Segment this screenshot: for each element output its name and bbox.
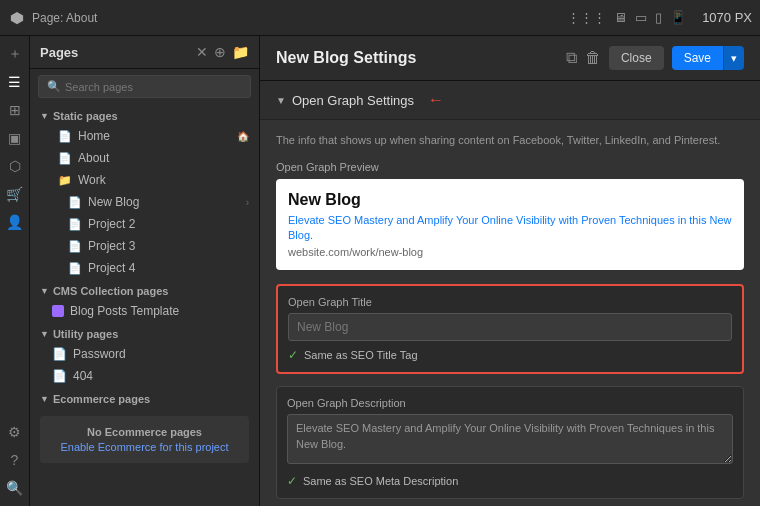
og-preview-description: Elevate SEO Mastery and Amplify Your Onl… — [288, 213, 732, 244]
og-title-checkbox-label: Same as SEO Title Tag — [304, 349, 418, 361]
search-bottom-icon[interactable]: 🔍 — [3, 476, 27, 500]
og-description-textarea[interactable]: Elevate SEO Mastery and Amplify Your Onl… — [287, 414, 733, 464]
og-description-checkbox-label: Same as SEO Meta Description — [303, 475, 458, 487]
assets-icon[interactable]: ▣ — [3, 126, 27, 150]
device-tablet-icon[interactable]: ▭ — [635, 10, 647, 25]
settings-icon[interactable]: ⚙ — [3, 420, 27, 444]
save-dropdown-button[interactable]: ▾ — [723, 46, 744, 70]
save-button[interactable]: Save — [672, 46, 723, 70]
og-section-arrow: ← — [428, 91, 444, 109]
add-page-icon[interactable]: ⊕ — [214, 44, 226, 60]
static-pages-section[interactable]: ▼ Static pages — [30, 104, 259, 125]
page-item-work[interactable]: 📁 Work — [30, 169, 259, 191]
home-icon: 🏠 — [237, 131, 249, 142]
page-file-icon-p2: 📄 — [68, 218, 82, 231]
components-icon[interactable]: ⊞ — [3, 98, 27, 122]
device-desktop-icon[interactable]: 🖥 — [614, 10, 627, 25]
pages-panel-title: Pages — [40, 45, 190, 60]
add-icon[interactable]: ＋ — [3, 42, 27, 66]
page-label-new-blog: New Blog — [88, 195, 240, 209]
og-section-label: Open Graph Settings — [292, 93, 414, 108]
page-label-project3: Project 3 — [88, 239, 249, 253]
page-item-project2[interactable]: 📄 Project 2 — [30, 213, 259, 235]
content-area: New Blog Settings ⧉ 🗑 Close Save ▾ ▼ Ope… — [260, 36, 760, 506]
og-settings-section-toggle[interactable]: ▼ Open Graph Settings ← — [260, 81, 760, 120]
page-label-project4: Project 4 — [88, 261, 249, 275]
cms-icon[interactable]: ⬡ — [3, 154, 27, 178]
delete-icon[interactable]: 🗑 — [585, 49, 601, 67]
page-item-about[interactable]: 📄 About — [30, 147, 259, 169]
duplicate-icon[interactable]: ⧉ — [566, 49, 577, 67]
page-file-icon-p4: 📄 — [68, 262, 82, 275]
search-input[interactable] — [65, 81, 242, 93]
page-file-icon: 📄 — [58, 130, 72, 143]
page-item-password[interactable]: 📄 Password — [30, 343, 259, 365]
pages-panel-header: Pages ✕ ⊕ 📁 — [30, 36, 259, 69]
ecommerce-empty-box: No Ecommerce pages Enable Ecommerce for … — [40, 416, 249, 463]
page-file-icon-about: 📄 — [58, 152, 72, 165]
page-item-project4[interactable]: 📄 Project 4 — [30, 257, 259, 279]
content-title: New Blog Settings — [276, 49, 558, 67]
og-description-checkbox-row[interactable]: ✓ Same as SEO Meta Description — [287, 474, 733, 488]
ecommerce-empty-title: No Ecommerce pages — [50, 426, 239, 438]
static-pages-label: Static pages — [53, 110, 118, 122]
pages-icon[interactable]: ☰ — [3, 70, 27, 94]
page-file-icon-password: 📄 — [52, 347, 67, 361]
og-preview-label: Open Graph Preview — [276, 161, 744, 173]
og-title-checkbox-row[interactable]: ✓ Same as SEO Title Tag — [288, 348, 732, 362]
page-file-icon-newblog: 📄 — [68, 196, 82, 209]
utility-pages-label: Utility pages — [53, 328, 118, 340]
og-preview-url: website.com/work/new-blog — [288, 246, 732, 258]
og-section-caret: ▼ — [276, 95, 286, 106]
og-preview-title: New Blog — [288, 191, 732, 209]
og-title-checkbox-tick: ✓ — [288, 348, 298, 362]
utility-pages-section[interactable]: ▼ Utility pages — [30, 322, 259, 343]
page-item-home[interactable]: 📄 Home 🏠 — [30, 125, 259, 147]
cms-pages-section[interactable]: ▼ CMS Collection pages — [30, 279, 259, 300]
search-icon: 🔍 — [47, 80, 61, 93]
page-label-work: Work — [78, 173, 249, 187]
page-item-new-blog[interactable]: 📄 New Blog › — [30, 191, 259, 213]
page-label-blog-template: Blog Posts Template — [70, 304, 179, 318]
save-group: Save ▾ — [672, 46, 744, 70]
users-icon[interactable]: 👤 — [3, 210, 27, 234]
ecommerce-empty-section: No Ecommerce pages Enable Ecommerce for … — [30, 408, 259, 471]
help-icon[interactable]: ? — [3, 448, 27, 472]
og-helper-text: The info that shows up when sharing cont… — [276, 132, 744, 149]
search-box[interactable]: 🔍 — [38, 75, 251, 98]
og-title-input[interactable] — [288, 313, 732, 341]
og-title-field-group: Open Graph Title ✓ Same as SEO Title Tag — [276, 284, 744, 374]
og-section-content: The info that shows up when sharing cont… — [260, 120, 760, 506]
og-description-label: Open Graph Description — [287, 397, 733, 409]
page-label-password: Password — [73, 347, 126, 361]
top-bar: Page: About ⋮⋮⋮ 🖥 ▭ ▯ 📱 1070 PX — [0, 0, 760, 36]
page-item-blog-template[interactable]: Blog Posts Template — [30, 300, 259, 322]
utility-pages-caret: ▼ — [40, 329, 49, 339]
pages-header-icons: ⊕ 📁 — [214, 44, 249, 60]
page-label-about: About — [78, 151, 249, 165]
add-folder-icon[interactable]: 📁 — [232, 44, 249, 60]
ecommerce-enable-link[interactable]: Enable Ecommerce for this project — [50, 441, 239, 453]
ecommerce-pages-section[interactable]: ▼ Ecommerce pages — [30, 387, 259, 408]
close-button[interactable]: Close — [609, 46, 664, 70]
pages-list: ▼ Static pages 📄 Home 🏠 📄 About 📁 Work 📄… — [30, 104, 259, 506]
pages-panel: Pages ✕ ⊕ 📁 🔍 ▼ Static pages 📄 Home 🏠 — [30, 36, 260, 506]
og-title-label: Open Graph Title — [288, 296, 732, 308]
ecommerce-pages-label: Ecommerce pages — [53, 393, 150, 405]
page-arrow-icon: › — [246, 197, 249, 208]
og-description-checkbox-tick: ✓ — [287, 474, 297, 488]
device-mobile-icon[interactable]: 📱 — [670, 10, 686, 25]
ecommerce-icon[interactable]: 🛒 — [3, 182, 27, 206]
cms-pages-label: CMS Collection pages — [53, 285, 169, 297]
page-item-404[interactable]: 📄 404 — [30, 365, 259, 387]
static-pages-caret: ▼ — [40, 111, 49, 121]
device-phone-icon[interactable]: ▯ — [655, 10, 662, 25]
menu-icon[interactable]: ⋮⋮⋮ — [567, 10, 606, 25]
app-logo — [8, 9, 26, 27]
page-label-home: Home — [78, 129, 231, 143]
main-layout: ＋ ☰ ⊞ ▣ ⬡ 🛒 👤 ⚙ ? 🔍 Pages ✕ ⊕ 📁 🔍 ▼ — [0, 36, 760, 506]
content-header: New Blog Settings ⧉ 🗑 Close Save ▾ — [260, 36, 760, 81]
page-item-project3[interactable]: 📄 Project 3 — [30, 235, 259, 257]
ecommerce-pages-caret: ▼ — [40, 394, 49, 404]
pages-panel-close[interactable]: ✕ — [196, 44, 208, 60]
